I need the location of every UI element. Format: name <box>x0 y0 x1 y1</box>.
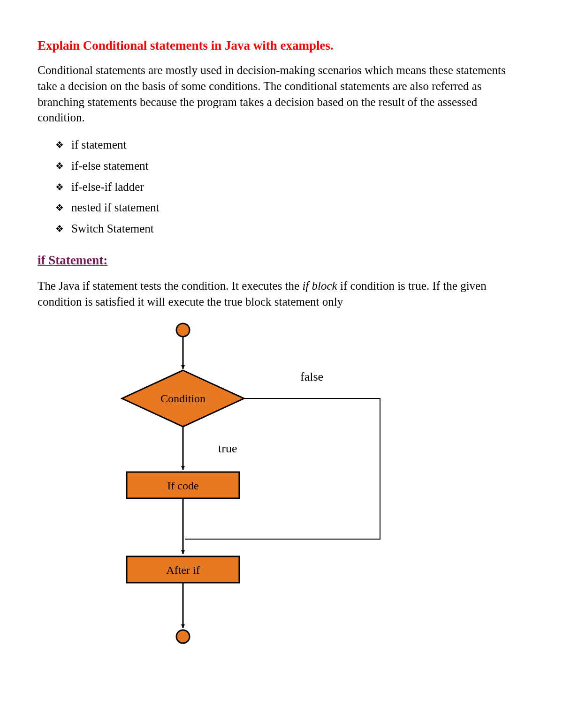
if-paragraph-emph: if block <box>302 279 337 292</box>
list-item: ❖if-else statement <box>38 157 525 175</box>
list-item-label: Switch Statement <box>71 222 154 235</box>
if-flowchart-diagram: Condition false true If code After if <box>94 320 432 657</box>
diamond-bullet-icon: ❖ <box>55 222 64 236</box>
flowchart-false-label: false <box>300 370 323 383</box>
flowchart-container: Condition false true If code After if <box>38 320 563 657</box>
list-item: ❖if-else-if ladder <box>38 178 525 196</box>
page-title: Explain Conditional statements in Java w… <box>38 38 525 54</box>
intro-paragraph: Conditional statements are mostly used i… <box>38 62 525 126</box>
flowchart-afterif-label: After if <box>166 564 199 576</box>
diamond-bullet-icon: ❖ <box>55 138 64 152</box>
diamond-bullet-icon: ❖ <box>55 201 64 215</box>
flowchart-condition-label: Condition <box>160 392 205 405</box>
flowchart-true-label: true <box>218 442 237 455</box>
list-item: ❖nested if statement <box>38 199 525 217</box>
if-paragraph: The Java if statement tests the conditio… <box>38 278 525 310</box>
flowchart-ifcode-label: If code <box>167 480 198 492</box>
flowchart-start-node <box>176 323 190 337</box>
diamond-bullet-icon: ❖ <box>55 159 64 173</box>
list-item: ❖Switch Statement <box>38 220 525 238</box>
diamond-bullet-icon: ❖ <box>55 180 64 195</box>
if-paragraph-text-1: The Java if statement tests the conditio… <box>38 279 302 292</box>
list-item-label: if-else statement <box>71 159 149 172</box>
flowchart-end-node <box>176 630 190 643</box>
list-item: ❖if statement <box>38 136 525 154</box>
if-statement-heading: if Statement: <box>38 252 525 269</box>
list-item-label: nested if statement <box>71 201 159 214</box>
list-item-label: if statement <box>71 138 126 151</box>
bullet-list: ❖if statement ❖if-else statement ❖if-els… <box>38 136 525 238</box>
list-item-label: if-else-if ladder <box>71 180 144 193</box>
flowchart-false-path <box>185 398 380 539</box>
document-page: Explain Conditional statements in Java w… <box>0 0 563 728</box>
